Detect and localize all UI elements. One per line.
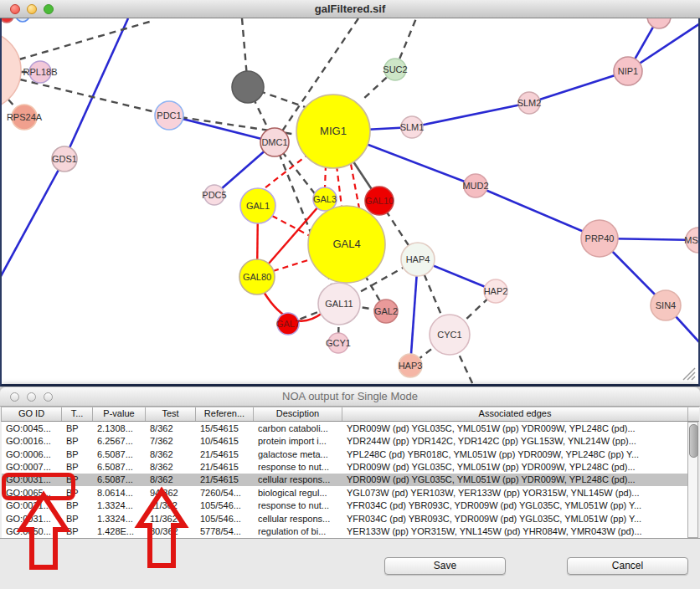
table-header: GO IDT...P-valueTestReferen...Desciption…: [1, 407, 699, 422]
column-header[interactable]: Associated edges: [342, 407, 688, 421]
table-cell: 21/54615: [196, 474, 254, 484]
table-row[interactable]: GO:0007...BP6.5087...8/36221/54615respon…: [2, 460, 688, 473]
table-cell: GO:0031...: [2, 514, 62, 524]
close-button[interactable]: [10, 4, 20, 14]
scrollbar-thumb[interactable]: [689, 424, 698, 458]
noa-titlebar: NOA output for Single Mode: [0, 387, 700, 407]
table-scrollbar[interactable]: [687, 422, 698, 538]
node-GAL7[interactable]: GAL7: [276, 313, 300, 335]
zoom-button-inactive[interactable]: [44, 392, 53, 402]
node-PDC1[interactable]: PDC1: [155, 101, 183, 130]
node-RPS24A[interactable]: RPS24A: [7, 105, 43, 130]
node-MSI[interactable]: MSI: [684, 228, 698, 253]
network-canvas: RPL18BRPS24AGDS1PDC1DMC1MIG1SUC2SLM1SLM2…: [2, 18, 698, 384]
column-header[interactable]: Referen...: [196, 407, 254, 421]
edge-blue: [476, 186, 600, 238]
node-GDS1[interactable]: GDS1: [52, 146, 77, 172]
table-row[interactable]: GO:0016...BP6.2567...7/36210/54615protei…: [2, 434, 688, 447]
node-label: RPS24A: [7, 112, 43, 122]
close-button-inactive[interactable]: [10, 392, 19, 402]
minimize-button-inactive[interactable]: [27, 392, 36, 402]
node-GAL4[interactable]: GAL4: [308, 206, 385, 283]
node-GCY1[interactable]: GCY1: [326, 333, 351, 353]
table-cell: 5778/54...: [196, 526, 254, 536]
table-cell: YFR034C (pd) YBR093C, YDR009W (pd) YGL03…: [342, 500, 688, 510]
node-MUD2[interactable]: MUD2: [462, 174, 488, 197]
table-cell: GO:0065...: [2, 488, 62, 498]
table-row[interactable]: GO:0031...BP1.3324...11/362105/546...res…: [2, 499, 688, 512]
table-cell: GO:0007...: [2, 462, 62, 472]
node-RPL18B[interactable]: RPL18B: [23, 61, 58, 83]
table-cell: 21/54615: [196, 462, 254, 472]
table-cell: YPL248C (pd) YBR018C, YML051W (pp) YDR00…: [342, 449, 688, 459]
node-label: MUD2: [462, 181, 488, 191]
table-cell: 8/362: [146, 462, 196, 472]
node-big-pink[interactable]: [2, 31, 21, 110]
column-header[interactable]: Desciption: [254, 407, 342, 421]
node-GAL80[interactable]: GAL80: [239, 259, 275, 294]
node-HAP4[interactable]: HAP4: [401, 243, 435, 276]
table-cell: BP: [62, 436, 93, 446]
node-label: GAL11: [325, 299, 353, 309]
table-cell: 11/362: [146, 500, 196, 510]
column-header[interactable]: Test: [146, 407, 196, 421]
resize-grip-icon[interactable]: [681, 366, 696, 381]
node-HAP3[interactable]: HAP3: [399, 354, 423, 377]
table-cell: YDR009W (pd) YGL035C, YML051W (pp) YDR00…: [342, 462, 688, 472]
table-cell: 21/54615: [196, 449, 254, 459]
column-header[interactable]: GO ID: [2, 407, 62, 421]
table-row[interactable]: GO:0050...BP1.428E...80/3625778/54...reg…: [2, 525, 688, 538]
node-CYC1[interactable]: CYC1: [430, 315, 470, 355]
node-label: GAL7: [276, 319, 300, 329]
node-gray-node[interactable]: [232, 71, 264, 103]
node-SUC2[interactable]: SUC2: [383, 59, 407, 80]
noa-window-title: NOA output for Single Mode: [0, 387, 700, 406]
node-NIP1[interactable]: NIP1: [614, 57, 642, 85]
table-cell: 8/362: [146, 423, 196, 433]
table-cell: GO:0045...: [2, 423, 62, 433]
node-SLM1[interactable]: SLM1: [400, 116, 425, 138]
node-label: PDC5: [202, 190, 226, 200]
edge-red-dash: [273, 259, 311, 271]
node-label: SIN4: [656, 300, 676, 310]
save-button[interactable]: Save: [384, 557, 506, 575]
table-cell: 105/546...: [196, 514, 254, 524]
node-cut-topright[interactable]: [647, 18, 671, 28]
table-row[interactable]: GO:0031...BP6.5087...8/36221/54615cellul…: [2, 474, 688, 486]
noa-window: NOA output for Single Mode GO IDT...P-va…: [0, 387, 700, 589]
node-GAL2[interactable]: GAL2: [374, 300, 398, 323]
node-cut-red[interactable]: [2, 18, 13, 23]
table-row[interactable]: GO:0031...BP1.3324...11/362105/546...cel…: [2, 512, 688, 525]
cancel-button[interactable]: Cancel: [567, 557, 688, 575]
node-label: HAP3: [399, 361, 423, 371]
column-header[interactable]: T...: [62, 407, 93, 421]
node-HAP2[interactable]: HAP2: [484, 279, 508, 303]
node-label: RPL18B: [23, 67, 58, 77]
edge-gray-dash: [19, 21, 152, 59]
table-row[interactable]: GO:0065...BP8.0614...94/3627260/54...bio…: [2, 486, 688, 499]
table-cell: GO:0031...: [2, 500, 62, 510]
zoom-button[interactable]: [44, 4, 54, 14]
node-GAL11[interactable]: GAL11: [318, 283, 360, 325]
node-cut-blue[interactable]: [16, 18, 29, 22]
column-header[interactable]: P-value: [93, 407, 146, 421]
node-label: SLM2: [517, 98, 542, 108]
node-PRP40[interactable]: PRP40: [581, 220, 618, 257]
table-row[interactable]: GO:0006...BP6.5087...8/36221/54615galact…: [2, 448, 688, 460]
node-label: GDS1: [52, 154, 77, 164]
node-GAL10[interactable]: GAL10: [365, 187, 394, 215]
node-SIN4[interactable]: SIN4: [651, 290, 681, 320]
minimize-button[interactable]: [27, 4, 37, 14]
table-row[interactable]: GO:0045...BP2.1308...8/36215/54615carbon…: [2, 422, 688, 434]
network-view[interactable]: RPL18BRPS24AGDS1PDC1DMC1MIG1SUC2SLM1SLM2…: [0, 18, 700, 387]
table-cell: BP: [62, 462, 93, 472]
table-cell: 8.0614...: [93, 488, 146, 498]
node-GAL1[interactable]: GAL1: [240, 188, 275, 223]
node-MIG1[interactable]: MIG1: [296, 95, 370, 168]
table-cell: GO:0016...: [2, 436, 62, 446]
node-label: PDC1: [157, 110, 181, 120]
node-DMC1[interactable]: DMC1: [260, 128, 289, 156]
node-SLM2[interactable]: SLM2: [517, 92, 542, 114]
node-label: GAL1: [246, 201, 270, 211]
node-GAL3[interactable]: GAL3: [313, 187, 337, 211]
